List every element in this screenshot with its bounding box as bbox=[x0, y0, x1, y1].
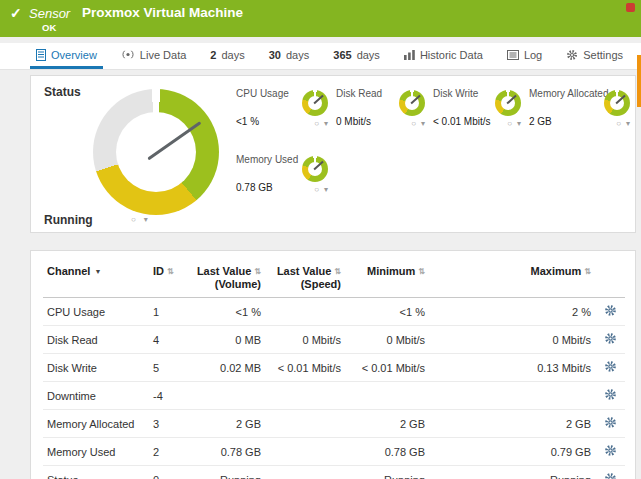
gauge-disk-read: Disk Read 0 Mbit/s ○▾ bbox=[336, 88, 433, 154]
channel-cell: Memory Allocated bbox=[43, 410, 147, 438]
row-settings-cell bbox=[595, 438, 625, 466]
tab-overview[interactable]: Overview bbox=[30, 43, 103, 69]
gauge-value: 0 Mbit/s bbox=[336, 116, 371, 127]
volume-cell: <1 % bbox=[187, 298, 265, 326]
minimum-cell: 0.78 GB bbox=[345, 438, 429, 466]
id-cell: 5 bbox=[147, 354, 187, 382]
row-settings-cell bbox=[595, 466, 625, 479]
channel-cell: CPU Usage bbox=[43, 298, 147, 326]
menu-icon[interactable]: ▾ bbox=[144, 215, 148, 224]
minimum-cell: Running bbox=[345, 466, 429, 479]
maximum-cell bbox=[429, 382, 595, 410]
pin-icon[interactable]: ○ bbox=[411, 119, 416, 128]
sensor-status-text: Running bbox=[44, 213, 93, 227]
tab-number: 365 bbox=[333, 49, 351, 61]
minimum-cell: 2 GB bbox=[345, 410, 429, 438]
speed-cell bbox=[265, 382, 345, 410]
disk-write-gauge bbox=[495, 90, 521, 116]
tab-label: Live Data bbox=[140, 49, 186, 61]
status-badge: OK bbox=[42, 22, 56, 33]
sort-icon: ⇅ bbox=[167, 265, 174, 278]
pin-icon[interactable]: ○ bbox=[314, 119, 319, 128]
maximum-cell: Running bbox=[429, 466, 595, 479]
menu-icon[interactable]: ▾ bbox=[421, 119, 425, 128]
panel-title: Status bbox=[44, 85, 81, 99]
table-row: Disk Read 4 0 MB 0 Mbit/s 0 Mbit/s 0 Mbi… bbox=[43, 326, 625, 354]
gauge-disk-write: Disk Write < 0.01 Mbit/s ○▾ bbox=[433, 88, 529, 154]
live-data-icon bbox=[121, 49, 135, 60]
id-cell: 1 bbox=[147, 298, 187, 326]
menu-icon[interactable]: ▾ bbox=[517, 119, 521, 128]
tab-2-days[interactable]: 2 days bbox=[204, 43, 250, 69]
gauge-value: <1 % bbox=[236, 116, 259, 127]
sort-icon: ⇅ bbox=[584, 265, 591, 278]
menu-icon[interactable]: ▾ bbox=[626, 119, 630, 128]
volume-cell: 2 GB bbox=[187, 410, 265, 438]
channel-cell: Disk Write bbox=[43, 354, 147, 382]
pin-icon[interactable]: ○ bbox=[507, 119, 512, 128]
channel-settings-gear-icon[interactable] bbox=[604, 472, 617, 479]
maximum-cell: 0.13 Mbit/s bbox=[429, 354, 595, 382]
tab-log[interactable]: Log bbox=[501, 43, 548, 69]
row-settings-cell bbox=[595, 298, 625, 326]
tab-365-days[interactable]: 365 days bbox=[327, 43, 386, 69]
minimum-cell: <1 % bbox=[345, 298, 429, 326]
channel-gauges: CPU Usage <1 % ○▾ Disk Read 0 Mbit/s ○▾ … bbox=[236, 88, 638, 220]
tab-label: Overview bbox=[51, 49, 97, 61]
tab-live-data[interactable]: Live Data bbox=[115, 43, 192, 69]
overview-panel: Status Running ○ ▾ CPU Usage <1 % ○▾ Dis… bbox=[30, 75, 636, 233]
col-header-last-value-volume[interactable]: Last Value⇅ (Volume) bbox=[187, 263, 265, 298]
sort-icon: ⇅ bbox=[334, 265, 341, 278]
pin-icon[interactable]: ○ bbox=[314, 185, 319, 194]
channel-cell: Downtime bbox=[43, 382, 147, 410]
col-header-channel[interactable]: Channel▼ bbox=[43, 263, 147, 298]
channel-settings-gear-icon[interactable] bbox=[604, 444, 617, 457]
tab-settings[interactable]: Settings bbox=[560, 43, 629, 69]
volume-cell bbox=[187, 382, 265, 410]
sort-icon: ⇅ bbox=[418, 265, 425, 278]
channel-settings-gear-icon[interactable] bbox=[604, 304, 617, 317]
menu-icon[interactable]: ▾ bbox=[324, 119, 328, 128]
table-row: Downtime -4 bbox=[43, 382, 625, 410]
channel-settings-gear-icon[interactable] bbox=[604, 416, 617, 429]
id-cell: 0 bbox=[147, 466, 187, 479]
gauge-memory-used: Memory Used 0.78 GB ○▾ bbox=[236, 154, 336, 220]
id-cell: 2 bbox=[147, 438, 187, 466]
channel-settings-gear-icon[interactable] bbox=[604, 360, 617, 373]
alert-icon[interactable] bbox=[626, 3, 635, 12]
ok-check-icon: ✓ bbox=[10, 5, 22, 21]
col-header-id[interactable]: ID⇅ bbox=[147, 263, 187, 298]
speed-cell: 0 Mbit/s bbox=[265, 326, 345, 354]
row-settings-cell bbox=[595, 326, 625, 354]
id-cell: 3 bbox=[147, 410, 187, 438]
tab-30-days[interactable]: 30 days bbox=[263, 43, 316, 69]
table-row: Disk Write 5 0.02 MB < 0.01 Mbit/s < 0.0… bbox=[43, 354, 625, 382]
tab-historic-data[interactable]: Historic Data bbox=[398, 43, 489, 69]
tab-number: 30 bbox=[269, 49, 281, 61]
gauge-value: < 0.01 Mbit/s bbox=[433, 116, 491, 127]
gauge-value: 0.78 GB bbox=[236, 182, 273, 193]
channel-settings-gear-icon[interactable] bbox=[604, 332, 617, 345]
col-header-last-value-speed[interactable]: Last Value⇅ (Speed) bbox=[265, 263, 345, 298]
maximum-cell: 0 Mbit/s bbox=[429, 326, 595, 354]
channel-table: Channel▼ ID⇅ Last Value⇅ (Volume) Last V… bbox=[43, 263, 625, 479]
col-header-maximum[interactable]: Maximum⇅ bbox=[429, 263, 595, 298]
col-header-minimum[interactable]: Minimum⇅ bbox=[345, 263, 429, 298]
speed-cell bbox=[265, 466, 345, 479]
disk-read-gauge bbox=[399, 90, 425, 116]
maximum-cell: 2 GB bbox=[429, 410, 595, 438]
tab-label: days bbox=[286, 49, 309, 61]
pin-icon[interactable]: ○ bbox=[616, 119, 621, 128]
channel-settings-gear-icon[interactable] bbox=[604, 388, 617, 401]
table-row: Status 0 Running Running Running bbox=[43, 466, 625, 479]
menu-icon[interactable]: ▾ bbox=[324, 185, 328, 194]
gear-icon bbox=[566, 49, 578, 61]
gauge-memory-allocated: Memory Allocated 2 GB ○▾ bbox=[529, 88, 638, 154]
minimum-cell bbox=[345, 382, 429, 410]
sort-icon: ⇅ bbox=[254, 265, 261, 278]
channel-table-panel: Channel▼ ID⇅ Last Value⇅ (Volume) Last V… bbox=[30, 250, 636, 479]
gauge-value: 2 GB bbox=[529, 116, 552, 127]
sensor-kind-label: Sensor bbox=[29, 6, 70, 21]
volume-cell: 0 MB bbox=[187, 326, 265, 354]
pin-icon[interactable]: ○ bbox=[131, 215, 136, 224]
